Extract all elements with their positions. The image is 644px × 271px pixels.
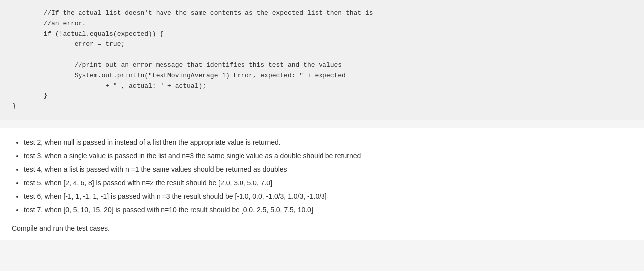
- list-item: test 6, when [-1, 1, -1, 1, -1] is passe…: [24, 190, 632, 203]
- page-container: //If the actual list doesn't have the sa…: [0, 0, 644, 240]
- compile-text: Compile and run the test cases.: [12, 224, 632, 232]
- content-area: test 2, when null is passed in instead o…: [0, 128, 644, 240]
- bullet-list: test 2, when null is passed in instead o…: [12, 136, 632, 216]
- list-item: test 2, when null is passed in instead o…: [24, 136, 632, 149]
- list-item: test 5, when [2, 4, 6, 8] is passed with…: [24, 177, 632, 189]
- list-item: test 4, when a list is passed with n =1 …: [24, 163, 632, 176]
- code-block: //If the actual list doesn't have the sa…: [0, 0, 644, 120]
- list-item: test 7, when [0, 5, 10, 15, 20] is passe…: [24, 204, 632, 216]
- list-item: test 3, when a single value is passed in…: [24, 150, 632, 162]
